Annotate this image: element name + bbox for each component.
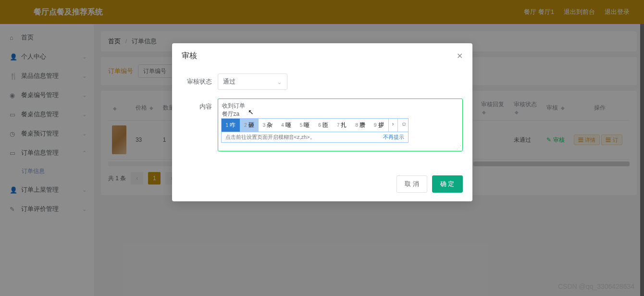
- chevron-down-icon: ⌄: [277, 78, 282, 86]
- ime-candidate[interactable]: 5咂: [296, 119, 314, 132]
- ime-emoji-icon[interactable]: ☺: [397, 119, 410, 132]
- ime-candidate[interactable]: 2砸: [240, 119, 259, 132]
- ime-more-icon[interactable]: ›: [388, 119, 397, 132]
- ime-candidate[interactable]: 9拶: [370, 119, 388, 132]
- confirm-button[interactable]: 确 定: [432, 175, 463, 193]
- ime-candidate[interactable]: 4咂: [277, 119, 296, 132]
- content-textarea[interactable]: 收到订单 餐厅za 1咋 2砸 3杂 4咂 5咂 6匝 7扎 8: [218, 99, 463, 151]
- ime-candidate[interactable]: 8臜: [351, 119, 370, 132]
- status-select[interactable]: 通过 ⌄: [218, 74, 287, 90]
- ime-candidate[interactable]: 7扎: [333, 119, 351, 132]
- content-label: 内容: [182, 99, 218, 111]
- resize-handle-icon[interactable]: ⋰: [457, 145, 461, 150]
- close-icon[interactable]: ✕: [457, 51, 463, 61]
- ime-panel: 1咋 2砸 3杂 4咂 5咂 6匝 7扎 8臜 9拶 › ☺: [221, 118, 409, 143]
- status-label: 审核状态: [182, 74, 218, 86]
- ime-candidate[interactable]: 1咋: [222, 119, 240, 132]
- review-modal: 审核 ✕ 审核状态 通过 ⌄ 内容 收到订单 餐厅za: [172, 43, 472, 201]
- modal-title: 审核: [182, 51, 197, 61]
- ime-candidate[interactable]: 6匝: [314, 119, 333, 132]
- cancel-button[interactable]: 取 消: [396, 175, 427, 193]
- ime-hint-text[interactable]: 点击前往设置页面开启模糊音<z,zh>。: [225, 134, 315, 141]
- ime-candidate[interactable]: 3杂: [259, 119, 277, 132]
- right-edge-shadow: [640, 24, 644, 296]
- modal-overlay[interactable]: 审核 ✕ 审核状态 通过 ⌄ 内容 收到订单 餐厅za: [0, 0, 644, 296]
- watermark: CSDN @qq_3306428634: [558, 283, 634, 290]
- ime-dismiss-link[interactable]: 不再提示: [383, 134, 404, 141]
